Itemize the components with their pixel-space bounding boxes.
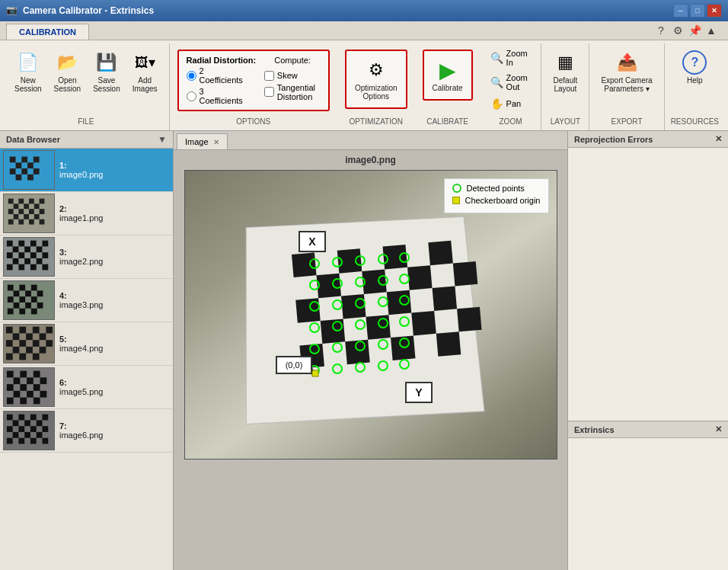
svg-rect-22 (40, 209, 45, 214)
svg-rect-15 (40, 199, 45, 204)
zoom-buttons: 🔍 Zoom In 🔍 Zoom Out ✋ Pan (487, 46, 535, 112)
svg-rect-84 (7, 371, 14, 378)
list-item-3[interactable]: 3: image2.png (0, 235, 173, 279)
add-images-icon: 🖼▾ (133, 50, 157, 75)
zoom-in-button[interactable]: 🔍 Zoom In (487, 46, 535, 69)
zoom-group-label: ZOOM (500, 114, 522, 127)
svg-rect-81 (19, 354, 26, 360)
svg-rect-105 (24, 420, 30, 426)
item-4-info: 4: image3.png (59, 291, 104, 309)
open-session-button[interactable]: 📂 OpenSession (49, 46, 87, 97)
svg-rect-75 (33, 340, 40, 347)
image-tab[interactable]: Image ✕ (177, 133, 228, 149)
calibrate-button[interactable]: ▶ Calibrate (427, 54, 468, 96)
extrinsics-close-icon[interactable]: ✕ (715, 424, 722, 434)
maximize-button[interactable]: □ (690, 4, 705, 18)
calibrate-icon: ▶ (436, 58, 460, 82)
svg-rect-6 (10, 168, 16, 175)
svg-rect-48 (42, 264, 48, 271)
list-item-2[interactable]: 2: image1.png (0, 192, 173, 235)
reprojection-errors-header: Reprojection Errors ✕ (568, 131, 728, 148)
help-icon-small[interactable]: ? (653, 23, 669, 38)
svg-rect-46 (18, 264, 24, 271)
extrinsics-content (568, 438, 728, 570)
svg-rect-72 (40, 333, 46, 340)
extrinsics-title: Extrinsics (574, 425, 615, 434)
svg-rect-112 (24, 432, 30, 438)
svg-rect-67 (19, 327, 26, 334)
new-session-button[interactable]: 📄 NewSession (9, 46, 47, 97)
svg-rect-56 (8, 296, 14, 303)
svg-rect-101 (18, 415, 24, 421)
svg-rect-76 (46, 340, 53, 347)
minimize-ribbon-icon[interactable]: ▲ (704, 23, 719, 38)
zoom-out-button[interactable]: 🔍 Zoom Out (487, 71, 535, 94)
svg-rect-4 (16, 162, 22, 168)
svg-rect-88 (27, 377, 34, 384)
thumbnail-5 (3, 324, 55, 363)
add-images-button[interactable]: 🖼▾ AddImages (127, 46, 163, 97)
layout-group-label: LAYOUT (551, 114, 580, 127)
svg-rect-107 (7, 426, 13, 432)
svg-rect-9 (16, 175, 22, 181)
export-params-button[interactable]: 📤 Export CameraParameters ▾ (595, 46, 657, 97)
svg-rect-52 (31, 285, 37, 291)
svg-rect-108 (18, 426, 24, 432)
svg-rect-175 (312, 370, 318, 376)
svg-rect-36 (24, 246, 30, 252)
svg-rect-62 (8, 309, 14, 315)
svg-rect-19 (8, 209, 14, 214)
pan-label: Pan (506, 99, 522, 108)
svg-rect-116 (30, 438, 37, 444)
ribbon-group-export: 📤 Export CameraParameters ▾ EXPORT (589, 43, 664, 130)
svg-rect-31 (7, 241, 13, 247)
default-layout-button[interactable]: ▦ DefaultLayout (548, 46, 583, 97)
calibrate-label: Calibrate (433, 84, 463, 92)
ribbon-group-options: Radial Distortion: Compute: 2 Coefficien… (170, 43, 337, 130)
settings-icon[interactable]: ⚙ (670, 23, 685, 38)
list-item-4[interactable]: 4: image3.png (0, 279, 173, 322)
svg-point-149 (333, 300, 342, 309)
svg-rect-98 (34, 398, 40, 405)
default-layout-icon: ▦ (553, 50, 577, 75)
minimize-button[interactable]: ─ (673, 4, 688, 18)
default-layout-label: DefaultLayout (554, 76, 578, 93)
list-item-6[interactable]: 6: image5.png (0, 366, 173, 409)
tangential-distortion-checkbox[interactable]: Tangential Distortion (264, 83, 321, 101)
svg-rect-110 (42, 426, 48, 432)
legend-origin-label: Checkerboard origin (465, 196, 540, 205)
ribbon-content: 📄 NewSession 📂 OpenSession 💾 SaveSession… (0, 40, 728, 130)
pan-button[interactable]: ✋ Pan (487, 95, 535, 112)
tab-calibration[interactable]: CALIBRATION (6, 24, 89, 40)
thumbnail-3 (3, 237, 55, 277)
svg-rect-59 (14, 303, 20, 309)
image-tab-close-icon[interactable]: ✕ (213, 138, 219, 146)
optimization-options-icon: ⚙ (364, 58, 388, 82)
skew-checkbox[interactable]: Skew (264, 71, 321, 81)
svg-rect-106 (37, 420, 43, 426)
svg-rect-124 (407, 265, 433, 290)
optimization-options-button[interactable]: ⚙ OptimizationOptions (350, 54, 403, 104)
help-button[interactable]: ? Help (677, 46, 712, 88)
data-browser-menu-icon[interactable]: ▼ (158, 134, 167, 145)
radio-3-coefficients[interactable]: 3 Coefficients (187, 87, 243, 105)
list-item-7[interactable]: 7: image6.png (0, 409, 173, 453)
pin-icon[interactable]: 📌 (687, 23, 702, 38)
save-session-button[interactable]: 💾 SaveSession (88, 46, 126, 97)
close-button[interactable]: ✕ (707, 4, 722, 18)
svg-rect-73 (6, 340, 13, 347)
svg-rect-74 (19, 340, 26, 347)
svg-rect-123 (362, 269, 387, 294)
thumbnail-4 (3, 280, 55, 320)
legend-square-icon (452, 197, 460, 204)
svg-rect-122 (316, 274, 341, 299)
data-browser-header: Data Browser ▼ (0, 131, 173, 149)
svg-rect-32 (18, 241, 24, 247)
radio-2-coefficients[interactable]: 2 Coefficients (187, 66, 243, 85)
reprojection-close-icon[interactable]: ✕ (715, 134, 722, 144)
legend-circle-icon (452, 184, 461, 193)
right-panel: Reprojection Errors ✕ Extrinsics ✕ (568, 131, 728, 570)
list-item-5[interactable]: 5: image4.png (0, 322, 173, 366)
save-session-label: SaveSession (93, 76, 120, 93)
list-item-1[interactable]: 1: image0.png (0, 149, 173, 192)
